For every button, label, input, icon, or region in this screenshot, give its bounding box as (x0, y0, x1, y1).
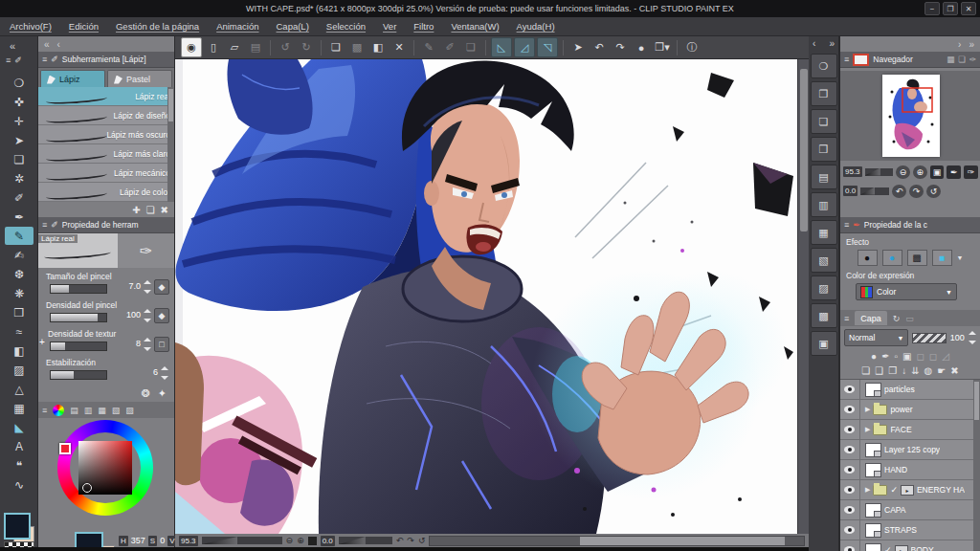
tab-lapiz[interactable]: Lápiz (40, 70, 105, 88)
brush-density-dynamics-icon[interactable]: ◆ (154, 308, 169, 323)
chevron-right-icon[interactable]: › (958, 39, 961, 50)
layer-thumbnail[interactable] (865, 523, 881, 538)
fit-screen-icon[interactable] (308, 537, 317, 545)
layer-color-icon[interactable]: ■ (932, 250, 952, 266)
menu-ventana[interactable]: Ventana(W) (451, 21, 499, 32)
saturation-value-square[interactable] (78, 441, 132, 495)
create-subtool-icon[interactable]: ❏ (146, 205, 155, 215)
layer-sync-tab-icon[interactable]: ↻ (893, 314, 901, 323)
opacity-slider[interactable] (912, 333, 946, 343)
visibility-eye-icon[interactable] (844, 426, 855, 433)
material-3d-button[interactable]: ▦ (811, 220, 837, 245)
material-image-button[interactable]: ▥ (811, 192, 837, 217)
apply-mask-icon[interactable]: ◍ (924, 365, 933, 376)
line-correction-tool-button[interactable]: ∿ (5, 475, 33, 494)
layer-list-scrollbar[interactable] (973, 380, 980, 551)
navigator-page-thumbnail[interactable] (882, 75, 940, 157)
zoom-in-icon[interactable]: ⊕ (297, 536, 304, 545)
pen-tool-button[interactable]: ✒ (5, 208, 33, 226)
approx-color-tab-icon[interactable]: ▧ (112, 406, 121, 415)
navigator-preview[interactable] (840, 71, 980, 161)
collapse-left-icon[interactable]: « (44, 39, 50, 50)
material-monochromatic-button[interactable]: ❒ (811, 137, 837, 162)
frame-border-tool-button[interactable]: ▦ (5, 399, 33, 417)
menu-animacion[interactable]: Animación (216, 21, 258, 32)
operation-tool-button[interactable]: ➤ (5, 131, 33, 149)
visibility-eye-icon[interactable] (844, 446, 855, 453)
delete-subtool-icon[interactable]: ✖ (161, 205, 168, 215)
layer-row-face[interactable]: ▶ FACE (840, 420, 980, 440)
register-subtool-icon[interactable]: ✚ (132, 205, 140, 215)
tab-pastel[interactable]: Pastel (107, 70, 172, 88)
menu-edicion[interactable]: Edición (69, 21, 99, 32)
visibility-eye-icon[interactable] (844, 386, 855, 393)
collapse-right-icon[interactable]: » (969, 39, 974, 50)
panel-menu-icon[interactable]: ≡ (42, 55, 47, 64)
material-pose-button[interactable]: ▧ (811, 248, 837, 273)
mask-view-icon[interactable]: ◻ (929, 351, 937, 362)
navigator-zoom-slider[interactable] (865, 168, 894, 176)
texture-density-icon[interactable]: □ (154, 337, 169, 352)
eraser-tool-button[interactable]: ❒ (5, 303, 33, 321)
stabilization-slider[interactable] (50, 370, 107, 380)
expand-plus-icon[interactable]: + (39, 337, 45, 347)
layer-thumbnail[interactable] (865, 503, 881, 518)
brush-size-dynamics-icon[interactable]: ◆ (154, 279, 169, 295)
canvas-horizontal-scrollbar[interactable] (429, 536, 805, 546)
fill-tool-button[interactable]: ◧ (5, 342, 33, 360)
close-button[interactable]: ✕ (961, 2, 976, 15)
intermediate-color-tab-icon[interactable]: ▦ (98, 406, 106, 415)
color-wheel-tab-icon[interactable] (53, 405, 64, 416)
border-color-icon[interactable]: ● (882, 250, 902, 266)
restore-button[interactable]: ❐ (943, 2, 958, 15)
antialias-button[interactable]: ● (632, 38, 651, 56)
canvas-zoom-slider[interactable] (202, 537, 282, 544)
visibility-eye-icon[interactable] (844, 406, 855, 413)
expand-arrow-icon[interactable]: ▶ (865, 406, 870, 413)
brush-item-lapiz-color[interactable]: Lápiz de color (38, 183, 174, 202)
brush-size-stepper[interactable] (144, 280, 152, 294)
delete-layer-icon[interactable]: ✖ (950, 365, 958, 376)
rotate-right-button[interactable]: ↷ (909, 185, 924, 198)
auto-select-tool-button[interactable]: ✲ (5, 169, 33, 187)
new-folder-icon[interactable]: ❐ (888, 365, 897, 376)
item-bank-tab-icon[interactable]: ❏ (958, 55, 966, 64)
blend-tool-button[interactable]: ≈ (5, 322, 33, 341)
material-download-button[interactable]: ▩ (811, 303, 837, 328)
color-slider-tab-icon[interactable]: ▤ (70, 406, 78, 415)
panel-menu-icon[interactable]: ≡ (844, 314, 849, 323)
hue-selector[interactable] (59, 443, 71, 454)
brush-item-lapiz-real[interactable]: Lápiz real (38, 87, 174, 106)
selection-tool-button[interactable]: ❏ (5, 150, 33, 168)
main-color-swatch[interactable] (4, 513, 31, 540)
ruler-range-icon[interactable]: ◿ (942, 351, 949, 362)
rotate-left-button[interactable]: ↶ (892, 185, 906, 198)
move-hand-tool-button[interactable]: ✜ (5, 93, 33, 111)
balloon-tool-button[interactable]: ❝ (5, 456, 33, 474)
color-history-tab-icon[interactable]: ▨ (125, 406, 134, 415)
detail-settings-icon[interactable]: ✦ (158, 387, 167, 400)
material-primary-button[interactable]: ▨ (811, 276, 837, 300)
mesh-transform-button[interactable]: ✐ (440, 38, 459, 56)
navigator-rotation-slider[interactable] (860, 187, 889, 195)
brush-item-lapiz-claro[interactable]: Lápiz más claro (38, 144, 174, 164)
enable-mask-icon[interactable]: ◻ (917, 351, 924, 362)
expand-arrow-icon[interactable]: ▶ (865, 426, 870, 433)
material-manga-button[interactable]: ▤ (811, 165, 837, 189)
menu-archivo[interactable]: Archivo(F) (10, 21, 52, 32)
new-file-button[interactable]: ▯ (204, 38, 223, 56)
pencil-tool-button[interactable]: ✎ (5, 227, 33, 245)
panel-menu-icon[interactable]: ≡ (42, 220, 47, 230)
panel-menu-icon[interactable]: ≡ (844, 220, 849, 230)
layer-thumbnail[interactable] (865, 463, 881, 477)
collapse-left-icon[interactable]: « (10, 40, 15, 52)
zoom-in-button[interactable]: ⊕ (913, 165, 927, 179)
zoom-out-button[interactable]: ⊖ (896, 165, 910, 179)
material-color-pattern-button[interactable]: ❏ (811, 109, 837, 134)
layer-row-power[interactable]: ▶ power (840, 400, 980, 420)
menu-capa[interactable]: Capa(L) (277, 21, 309, 32)
visibility-eye-icon[interactable] (844, 526, 855, 534)
lock-layer-icon[interactable]: ▫ (895, 351, 899, 362)
subview-tab-icon[interactable]: ▦ (947, 55, 954, 64)
panel-menu-icon[interactable]: ≡ (844, 55, 849, 64)
